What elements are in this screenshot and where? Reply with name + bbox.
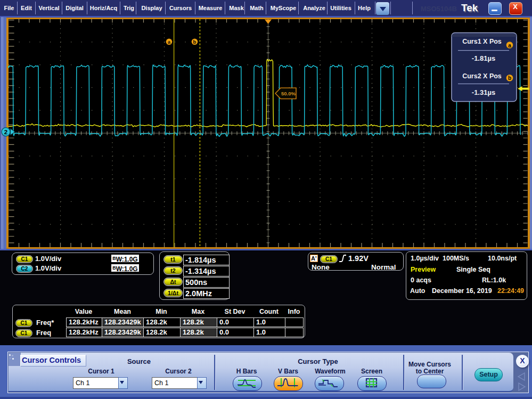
svg-text:a: a xyxy=(508,43,511,48)
svg-text:b: b xyxy=(193,39,197,45)
svg-text:Curs1 X Pos: Curs1 X Pos xyxy=(462,38,502,45)
svg-text:b: b xyxy=(508,75,511,81)
svg-text:-1.31µs: -1.31µs xyxy=(472,88,495,96)
svg-text:50.0%: 50.0% xyxy=(281,91,296,96)
svg-text:Curs2 X Pos: Curs2 X Pos xyxy=(462,72,502,80)
svg-text:-1.81µs: -1.81µs xyxy=(472,54,495,62)
svg-text:a: a xyxy=(168,39,171,45)
svg-text:2: 2 xyxy=(4,129,7,135)
